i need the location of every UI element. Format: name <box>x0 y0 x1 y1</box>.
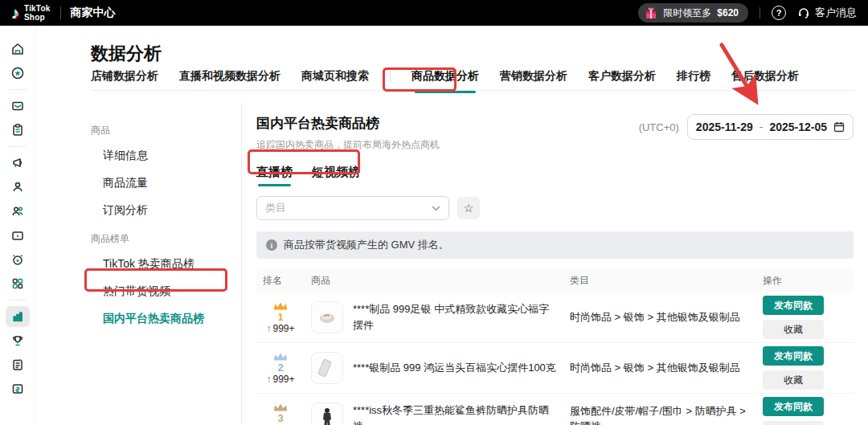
topbar: ♪ TikTokShop 商家中心 限时领至多 $620 ? <box>0 0 868 26</box>
tab-marketing-analytics[interactable]: 营销数据分析 <box>500 69 567 84</box>
publish-same-button[interactable]: 发布同款 <box>763 346 824 366</box>
subnav-section-title: 商品 <box>91 124 241 137</box>
rank-number: 3 <box>277 413 283 423</box>
promo-pill[interactable]: 限时领至多 $620 <box>638 3 748 22</box>
icon-rail <box>0 26 36 425</box>
help-button[interactable]: ? <box>772 6 786 20</box>
topbar-divider <box>60 6 61 19</box>
rank-change: ↑999+ <box>266 374 294 385</box>
silver-ingot-photo <box>311 352 343 384</box>
headset-icon <box>797 6 810 19</box>
actions-cell: 发布同款 收藏 <box>756 296 854 339</box>
info-banner: i 商品按带货视频产生的 GMV 排名。 <box>256 231 854 259</box>
subnav-item-tiktok-hot[interactable]: TikTok 热卖商品榜 <box>91 251 241 278</box>
rank-cell: 2 ↑999+ <box>256 352 305 385</box>
tab-live-rank[interactable]: 直播榜 <box>256 165 293 186</box>
orders-clipboard-icon[interactable] <box>6 120 30 141</box>
main-content: 数据分析 店铺数据分析 直播和视频数据分析 商城页和搜索 商品数据分析 营销数据… <box>36 26 868 425</box>
rail-divider <box>9 300 27 300</box>
tab-product-analytics[interactable]: 商品数据分析 <box>411 69 479 84</box>
tab-separator <box>390 71 391 82</box>
video-icon[interactable] <box>6 225 30 246</box>
col-rank: 排名 <box>256 274 305 288</box>
trophy-icon[interactable] <box>6 330 30 351</box>
product-name: ****制品 999足银 中式精致款收藏实心福字摆件 <box>353 301 557 333</box>
publish-same-button[interactable]: 发布同款 <box>763 296 824 315</box>
panel-title: 国内平台热卖商品榜 <box>256 114 440 133</box>
page-title: 数据分析 <box>91 42 162 66</box>
utc-label: (UTC+0) <box>639 121 679 133</box>
product-subnav: 商品 详细信息 商品流量 订阅分析 商品榜单 TikTok 热卖商品榜 热门带货… <box>36 103 241 425</box>
date-start: 2025-11-29 <box>696 121 753 133</box>
home-icon[interactable] <box>6 39 30 59</box>
subnav-item-traffic[interactable]: 商品流量 <box>91 170 241 197</box>
tab-aftersale-analytics[interactable]: 售后数据分析 <box>731 69 799 84</box>
tab-store-analytics[interactable]: 店铺数据分析 <box>91 69 158 84</box>
subnav-item-details[interactable]: 详细信息 <box>91 142 241 170</box>
date-range-picker[interactable]: 2025-11-29 - 2025-12-05 <box>687 114 854 140</box>
customers-icon[interactable] <box>6 201 30 222</box>
topbar-divider <box>760 7 760 18</box>
rank-type-tabs: 直播榜 短视频榜 <box>256 165 854 186</box>
notes-icon[interactable] <box>6 354 30 375</box>
category-cell: 时尚饰品 > 银饰 > 其他银饰及银制品 <box>563 309 756 325</box>
favorite-button[interactable]: 收藏 <box>763 320 824 339</box>
table-row: 2 ↑999+ ****银制品 999 鸿运当头百福实心摆件100克 时尚饰品 … <box>256 343 854 394</box>
rail-divider <box>9 89 27 90</box>
rank-number: 1 <box>277 312 283 322</box>
tab-customer-analytics[interactable]: 客户数据分析 <box>588 69 656 84</box>
info-text: 商品按带货视频产生的 GMV 排名。 <box>284 238 449 252</box>
rail-divider <box>9 146 27 147</box>
favorite-button[interactable]: 收藏 <box>763 370 824 390</box>
featured-icon[interactable] <box>6 63 30 84</box>
tab-rankings[interactable]: 排行榜 <box>677 69 710 84</box>
subnav-item-domestic-hot[interactable]: 国内平台热卖商品榜 <box>91 305 241 333</box>
favorite-button[interactable]: 收藏 <box>763 421 824 425</box>
product-cell[interactable]: ****银制品 999 鸿运当头百福实心摆件100克 <box>305 352 563 384</box>
black-leggings-photo <box>311 403 343 425</box>
tab-live-video-analytics[interactable]: 直播和视频数据分析 <box>179 69 280 84</box>
category-cell: 时尚饰品 > 银饰 > 其他银饰及银制品 <box>563 360 756 376</box>
favorite-filter-button[interactable]: ☆ <box>457 197 480 219</box>
col-actions: 操作 <box>756 274 854 288</box>
tab-short-video-rank[interactable]: 短视频榜 <box>312 165 360 186</box>
category-select[interactable]: 类目 <box>256 196 449 220</box>
publish-same-button[interactable]: 发布同款 <box>763 397 824 416</box>
promo-label: 限时领至多 <box>663 6 711 20</box>
date-end: 2025-12-05 <box>769 121 827 133</box>
panel-subtitle: 追踪国内热卖商品，提前布局海外热点商机 <box>256 138 440 152</box>
calendar-icon <box>833 121 845 133</box>
mail-icon[interactable] <box>6 96 30 116</box>
subnav-item-subscription[interactable]: 订阅分析 <box>91 197 241 224</box>
analytics-tab-bar: 店铺数据分析 直播和视频数据分析 商城页和搜索 商品数据分析 营销数据分析 客户… <box>91 69 854 91</box>
question-circle-icon: ? <box>776 8 782 18</box>
table-row: 3 ↓2 ****iss秋冬季三重热能鲨鱼裤防晒护具防晒裤 服饰配件/皮带/帽子… <box>256 394 854 425</box>
megaphone-icon[interactable] <box>6 153 30 174</box>
col-category: 类目 <box>563 274 756 288</box>
affiliate-icon[interactable] <box>6 177 30 198</box>
crown-silver-icon <box>273 352 288 362</box>
subnav-item-hot-videos[interactable]: 热门带货视频 <box>91 278 241 305</box>
apps-grid-icon[interactable] <box>6 273 30 294</box>
product-cell[interactable]: ****制品 999足银 中式精致款收藏实心福字摆件 <box>305 301 563 333</box>
product-cell[interactable]: ****iss秋冬季三重热能鲨鱼裤防晒护具防晒裤 <box>305 403 563 425</box>
rank-cell: 1 ↑999+ <box>256 301 305 334</box>
live-icon[interactable] <box>6 249 30 270</box>
rank-cell: 3 ↓2 <box>256 403 305 425</box>
category-cell: 服饰配件/皮带/帽子/围巾 > 防晒护具 > 防晒裤 <box>563 403 756 425</box>
brand-text: TikTokShop <box>24 4 51 22</box>
analytics-bars-icon[interactable] <box>6 306 30 327</box>
info-icon: i <box>266 239 277 251</box>
subnav-section-title: 商品榜单 <box>91 232 241 246</box>
messages-label: 客户消息 <box>815 6 857 20</box>
tab-mall-search[interactable]: 商城页和搜索 <box>301 69 369 84</box>
promo-amount: $620 <box>717 7 739 18</box>
finance-icon[interactable] <box>6 378 30 399</box>
tiktok-shop-logo[interactable]: ♪ TikTokShop <box>11 4 51 22</box>
gift-icon <box>645 6 657 19</box>
star-icon: ☆ <box>464 202 474 215</box>
rank-number: 2 <box>277 362 283 373</box>
table-row: 1 ↑999+ ****制品 999足银 中式精致款收藏实心福字摆件 时尚饰品 … <box>256 292 854 343</box>
silver-ornament-photo <box>311 301 343 333</box>
customer-messages-button[interactable]: 客户消息 <box>797 6 857 20</box>
